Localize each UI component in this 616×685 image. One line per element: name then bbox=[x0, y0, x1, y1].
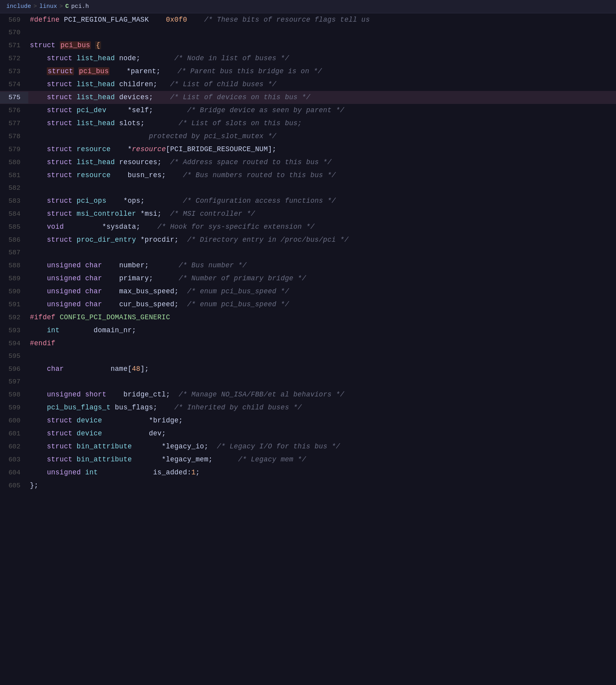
line-number-574: 574 bbox=[0, 79, 28, 91]
line-content-569: #define PCI_REGION_FLAG_MASK 0x0f0 /* Th… bbox=[28, 14, 616, 26]
line-content-575: struct list_head devices; /* List of dev… bbox=[28, 91, 616, 103]
breadcrumb-sep1: > bbox=[33, 3, 37, 10]
line-number-584: 584 bbox=[0, 208, 28, 220]
line-content-585: void *sysdata; /* Hook for sys-specific … bbox=[28, 221, 616, 233]
line-571: 571 struct pci_bus { bbox=[0, 39, 616, 52]
line-number-588: 588 bbox=[0, 260, 28, 272]
line-content-583: struct pci_ops *ops; /* Configuration ac… bbox=[28, 195, 616, 207]
line-content-588: unsigned char number; /* Bus number */ bbox=[28, 259, 616, 271]
line-content-601: struct device dev; bbox=[28, 428, 616, 439]
line-578: 578 protected by pci_slot_mutex */ bbox=[0, 130, 616, 143]
line-content-578: protected by pci_slot_mutex */ bbox=[28, 130, 616, 142]
line-590: 590 unsigned char max_bus_speed; /* enum… bbox=[0, 285, 616, 298]
line-number-598: 598 bbox=[0, 389, 28, 401]
line-582: 582 bbox=[0, 182, 616, 194]
line-content-602: struct bin_attribute *legacy_io; /* Lega… bbox=[28, 441, 616, 452]
breadcrumb-linux: linux bbox=[39, 3, 57, 10]
line-number-577: 577 bbox=[0, 118, 28, 130]
line-593: 593 int domain_nr; bbox=[0, 324, 616, 337]
line-number-593: 593 bbox=[0, 325, 28, 337]
line-594: 594 #endif bbox=[0, 337, 616, 350]
line-598: 598 unsigned short bridge_ctl; /* Manage… bbox=[0, 388, 616, 401]
line-number-595: 595 bbox=[0, 350, 28, 362]
line-579: 579 struct resource *resource[PCI_BRIDGE… bbox=[0, 143, 616, 156]
line-586: 586 struct proc_dir_entry *procdir; /* D… bbox=[0, 233, 616, 246]
line-number-605: 605 bbox=[0, 480, 28, 492]
line-number-597: 597 bbox=[0, 376, 28, 388]
line-600: 600 struct device *bridge; bbox=[0, 414, 616, 427]
line-570: 570 bbox=[0, 26, 616, 39]
breadcrumb-include: include bbox=[6, 3, 31, 10]
editor: include > linux > C pci.h 569 #define PC… bbox=[0, 0, 616, 685]
line-number-576: 576 bbox=[0, 105, 28, 117]
code-area: 569 #define PCI_REGION_FLAG_MASK 0x0f0 /… bbox=[0, 13, 616, 492]
line-575: 575 struct list_head devices; /* List of… bbox=[0, 91, 616, 104]
line-number-585: 585 bbox=[0, 221, 28, 233]
breadcrumb-sep2: > bbox=[59, 3, 63, 10]
line-content-593: int domain_nr; bbox=[28, 324, 616, 336]
line-content-591: unsigned char cur_bus_speed; /* enum pci… bbox=[28, 298, 616, 310]
line-content-603: struct bin_attribute *legacy_mem; /* Leg… bbox=[28, 454, 616, 465]
line-number-590: 590 bbox=[0, 286, 28, 298]
line-number-592: 592 bbox=[0, 312, 28, 324]
line-number-581: 581 bbox=[0, 170, 28, 181]
line-number-594: 594 bbox=[0, 338, 28, 350]
line-number-601: 601 bbox=[0, 428, 28, 440]
line-number-571: 571 bbox=[0, 40, 28, 52]
line-content-576: struct pci_dev *self; /* Bridge device a… bbox=[28, 104, 616, 116]
line-content-580: struct list_head resources; /* Address s… bbox=[28, 156, 616, 168]
line-605: 605 }; bbox=[0, 479, 616, 492]
line-number-572: 572 bbox=[0, 53, 28, 65]
line-content-589: unsigned char primary; /* Number of prim… bbox=[28, 272, 616, 284]
line-number-599: 599 bbox=[0, 402, 28, 414]
line-content-577: struct list_head slots; /* List of slots… bbox=[28, 117, 616, 129]
line-content-600: struct device *bridge; bbox=[28, 415, 616, 426]
line-584: 584 struct msi_controller *msi; /* MSI c… bbox=[0, 207, 616, 220]
line-603: 603 struct bin_attribute *legacy_mem; /*… bbox=[0, 453, 616, 466]
line-content-584: struct msi_controller *msi; /* MSI contr… bbox=[28, 208, 616, 220]
line-number-600: 600 bbox=[0, 415, 28, 427]
line-number-582: 582 bbox=[0, 182, 28, 194]
line-number-583: 583 bbox=[0, 195, 28, 207]
line-574: 574 struct list_head children; /* List o… bbox=[0, 78, 616, 91]
line-content-572: struct list_head node; /* Node in list o… bbox=[28, 52, 616, 64]
line-number-579: 579 bbox=[0, 144, 28, 156]
line-number-570: 570 bbox=[0, 27, 28, 39]
line-number-604: 604 bbox=[0, 467, 28, 479]
breadcrumb-file: pci.h bbox=[71, 3, 89, 10]
line-573: 573 struct pci_bus *parent; /* Parent bu… bbox=[0, 65, 616, 78]
line-content-586: struct proc_dir_entry *procdir; /* Direc… bbox=[28, 234, 616, 246]
line-content-573: struct pci_bus *parent; /* Parent bus th… bbox=[28, 65, 616, 77]
line-content-598: unsigned short bridge_ctl; /* Manage NO_… bbox=[28, 389, 616, 400]
line-number-586: 586 bbox=[0, 234, 28, 246]
line-content-592: #ifdef CONFIG_PCI_DOMAINS_GENERIC bbox=[28, 311, 616, 323]
line-number-578: 578 bbox=[0, 131, 28, 143]
line-601: 601 struct device dev; bbox=[0, 427, 616, 440]
line-583: 583 struct pci_ops *ops; /* Configuratio… bbox=[0, 194, 616, 207]
line-576: 576 struct pci_dev *self; /* Bridge devi… bbox=[0, 104, 616, 117]
line-number-580: 580 bbox=[0, 157, 28, 168]
line-content-599: pci_bus_flags_t bus_flags; /* Inherited … bbox=[28, 402, 616, 413]
line-596: 596 char name[48]; bbox=[0, 363, 616, 376]
line-content-604: unsigned int is_added:1; bbox=[28, 467, 616, 478]
line-number-575: 575 bbox=[0, 92, 28, 104]
line-572: 572 struct list_head node; /* Node in li… bbox=[0, 52, 616, 65]
line-content-571: struct pci_bus { bbox=[28, 39, 616, 51]
line-587: 587 bbox=[0, 246, 616, 259]
line-604: 604 unsigned int is_added:1; bbox=[0, 466, 616, 479]
line-589: 589 unsigned char primary; /* Number of … bbox=[0, 272, 616, 285]
line-content-596: char name[48]; bbox=[28, 363, 616, 375]
line-577: 577 struct list_head slots; /* List of s… bbox=[0, 117, 616, 130]
line-602: 602 struct bin_attribute *legacy_io; /* … bbox=[0, 440, 616, 453]
line-number-587: 587 bbox=[0, 247, 28, 259]
breadcrumb: include > linux > C pci.h bbox=[0, 0, 616, 13]
line-580: 580 struct list_head resources; /* Addre… bbox=[0, 156, 616, 169]
line-595: 595 bbox=[0, 350, 616, 363]
line-number-596: 596 bbox=[0, 363, 28, 375]
line-585: 585 void *sysdata; /* Hook for sys-speci… bbox=[0, 220, 616, 233]
line-content-605: }; bbox=[28, 480, 616, 491]
line-number-573: 573 bbox=[0, 66, 28, 78]
breadcrumb-c: C bbox=[65, 3, 69, 10]
line-592: 592 #ifdef CONFIG_PCI_DOMAINS_GENERIC bbox=[0, 311, 616, 324]
line-content-579: struct resource *resource[PCI_BRIDGE_RES… bbox=[28, 143, 616, 155]
